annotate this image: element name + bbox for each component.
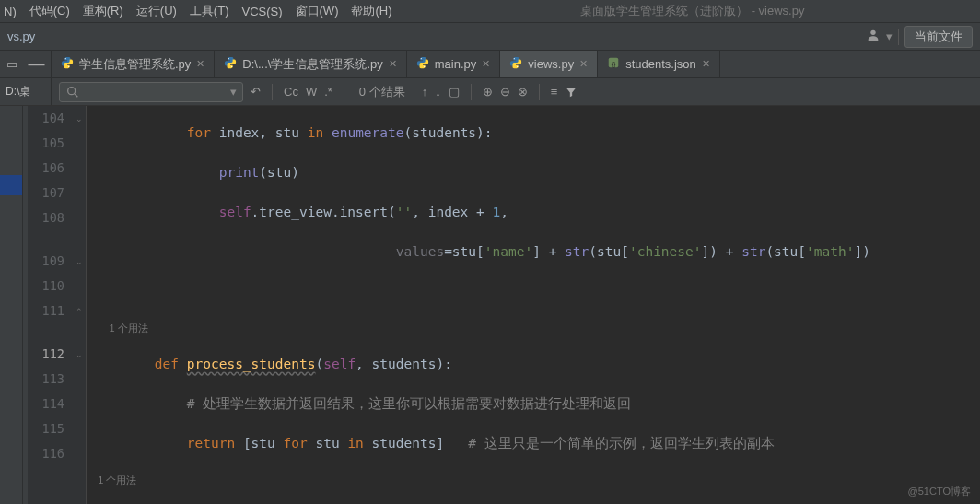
tab-label: D:\...\学生信息管理系统.py — [242, 56, 382, 73]
tab-label: main.py — [435, 57, 477, 71]
search-icon — [65, 85, 80, 100]
close-icon[interactable]: ✕ — [702, 58, 710, 70]
regex-icon[interactable]: .* — [324, 85, 332, 99]
usages-hint[interactable]: 1 个用法 — [98, 475, 136, 486]
menu-help[interactable]: 帮助(H) — [351, 3, 391, 19]
settings-icon[interactable]: ≡ — [551, 85, 558, 99]
menu-refactor[interactable]: 重构(R) — [83, 3, 123, 19]
close-icon[interactable]: ✕ — [482, 58, 490, 70]
current-file-button[interactable]: 当前文件 — [904, 26, 973, 48]
svg-line-12 — [75, 94, 77, 97]
python-file-icon — [416, 56, 429, 72]
menu-run[interactable]: 运行(U) — [136, 3, 177, 19]
svg-point-5 — [420, 58, 421, 59]
svg-point-6 — [424, 66, 425, 67]
breadcrumb[interactable]: D:\桌 — [0, 78, 52, 105]
line-number-gutter[interactable]: 104 105 106 107 108 109 110 111 112 113 … — [28, 106, 72, 504]
tab-label: 学生信息管理系统.py — [79, 56, 191, 73]
project-rail[interactable] — [0, 106, 23, 504]
project-tool-icon[interactable]: ▭ — [6, 57, 18, 71]
svg-point-1 — [65, 58, 66, 59]
tab-file-2[interactable]: main.py ✕ — [407, 51, 501, 77]
svg-point-4 — [231, 66, 232, 67]
tab-label: students.json — [625, 57, 696, 71]
svg-text:{}: {} — [612, 61, 616, 68]
editor-tabs: ▭ — 学生信息管理系统.py ✕ D:\...\学生信息管理系统.py ✕ m… — [0, 51, 980, 78]
find-bar-row: D:\桌 ▾ ↶ Cc W .* 0 个结果 ↑ ↓ ▢ ⊕ ⊖ ⊗ ≡ — [0, 78, 980, 106]
menu-code[interactable]: 代码(C) — [29, 3, 70, 19]
close-icon[interactable]: ✕ — [389, 58, 397, 70]
add-selection-icon[interactable]: ⊕ — [483, 85, 493, 99]
svg-point-0 — [870, 30, 875, 35]
svg-point-3 — [228, 58, 229, 59]
usages-hint[interactable]: 1 个用法 — [109, 322, 147, 334]
svg-point-8 — [517, 66, 518, 67]
tab-file-0[interactable]: 学生信息管理系统.py ✕ — [52, 51, 215, 77]
search-result-count: 0 个结果 — [359, 84, 405, 100]
editor-area: 104 105 106 107 108 109 110 111 112 113 … — [0, 106, 980, 504]
tab-file-1[interactable]: D:\...\学生信息管理系统.py ✕ — [215, 51, 406, 77]
svg-point-7 — [514, 58, 515, 59]
menu-bar: N) 代码(C) 重构(R) 运行(U) 工具(T) VCS(S) 窗口(W) … — [0, 0, 980, 23]
close-icon[interactable]: ✕ — [579, 58, 588, 70]
menu-navigate[interactable]: N) — [4, 5, 17, 18]
navigation-bar: vs.py ▾ 当前文件 — [0, 23, 980, 51]
menu-window[interactable]: 窗口(W) — [296, 3, 339, 19]
svg-point-2 — [68, 66, 69, 67]
menu-vcs[interactable]: VCS(S) — [241, 5, 282, 18]
collapse-icon[interactable]: — — [29, 54, 45, 74]
words-icon[interactable]: W — [306, 85, 317, 99]
window-title: 桌面版学生管理系统（进阶版） - views.py — [405, 3, 980, 19]
user-icon[interactable] — [866, 28, 881, 45]
code-editor[interactable]: for index, stu in enumerate(students): p… — [87, 106, 980, 504]
match-case-icon[interactable]: Cc — [284, 85, 298, 99]
python-file-icon — [61, 56, 74, 72]
tab-file-4[interactable]: {} students.json ✕ — [598, 51, 720, 77]
filter-icon[interactable] — [565, 86, 578, 99]
svg-point-11 — [68, 87, 76, 94]
python-file-icon — [224, 56, 237, 72]
tab-file-3[interactable]: views.py ✕ — [500, 51, 598, 77]
search-input[interactable]: ▾ — [59, 82, 243, 102]
watermark-text: @51CTO博客 — [908, 485, 971, 498]
select-all-icon[interactable]: ▢ — [449, 85, 460, 99]
close-icon[interactable]: ✕ — [196, 58, 204, 70]
remove-selection-icon[interactable]: ⊗ — [518, 85, 528, 99]
python-file-icon — [509, 56, 522, 72]
tab-label: views.py — [528, 57, 574, 71]
down-arrow-icon[interactable]: ↓ — [435, 85, 441, 99]
prev-match-icon[interactable]: ↶ — [251, 85, 261, 99]
up-arrow-icon[interactable]: ↑ — [422, 85, 428, 99]
menu-tools[interactable]: 工具(T) — [190, 3, 229, 19]
skip-selection-icon[interactable]: ⊖ — [500, 85, 510, 99]
fold-gutter[interactable]: ⌄ ⌄⌃ ⌄ — [72, 106, 87, 504]
json-file-icon: {} — [607, 56, 620, 72]
breadcrumb-file[interactable]: vs.py — [7, 29, 35, 43]
